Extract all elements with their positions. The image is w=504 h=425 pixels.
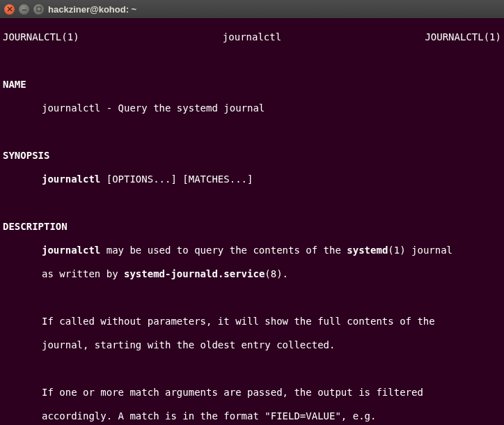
synopsis-args: [OPTIONS...] [MATCHES...]	[100, 173, 253, 185]
window-title: hackziner@kohod: ~	[48, 4, 136, 15]
man-header: JOURNALCTL(1)journalctlJOURNALCTL(1)	[3, 31, 501, 43]
section-name-label: NAME	[3, 79, 501, 91]
man-header-right: JOURNALCTL(1)	[425, 31, 501, 43]
maximize-icon[interactable]	[33, 4, 44, 15]
man-header-left: JOURNALCTL(1)	[3, 31, 79, 43]
window-titlebar: hackziner@kohod: ~	[0, 0, 504, 18]
desc-p3-l2: accordingly. A match is in the format "F…	[3, 410, 501, 422]
svg-rect-0	[37, 7, 41, 11]
section-name-text: journalctl - Query the systemd journal	[3, 102, 501, 114]
desc-p1-l2: as written by systemd-journald.service(8…	[3, 268, 501, 280]
desc-p1-l1: journalctl may be used to query the cont…	[3, 245, 501, 256]
minimize-icon[interactable]	[19, 4, 29, 15]
section-synopsis-label: SYNOPSIS	[3, 150, 501, 162]
desc-p2-l1: If called without parameters, it will sh…	[3, 316, 501, 327]
desc-p3-l1: If one or more match arguments are passe…	[3, 387, 501, 399]
close-icon[interactable]	[4, 4, 15, 15]
synopsis-cmd: journalctl	[42, 173, 100, 185]
man-header-center: journalctl	[223, 31, 281, 43]
section-description-label: DESCRIPTION	[3, 221, 501, 233]
desc-p2-l2: journal, starting with the oldest entry …	[3, 339, 501, 351]
section-synopsis-line: journalctl [OPTIONS...] [MATCHES...]	[3, 173, 501, 185]
terminal-viewport[interactable]: JOURNALCTL(1)journalctlJOURNALCTL(1) NAM…	[0, 18, 504, 425]
